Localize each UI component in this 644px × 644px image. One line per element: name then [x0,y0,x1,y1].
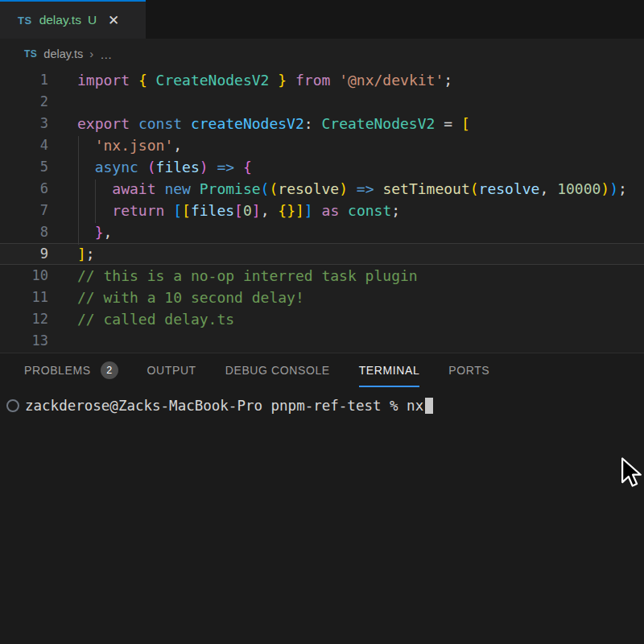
token: CreateNodesV2 [321,115,435,132]
panel-tab-label: PORTS [448,364,489,377]
token: 'nx.json' [95,137,174,154]
panel-tab-label: TERMINAL [359,364,420,377]
line-number: 5 [0,156,48,178]
code-line[interactable]: 13 [0,330,644,352]
line-number: 13 [0,330,48,352]
token: const [348,202,391,219]
breadcrumb: TS delay.ts › … [0,39,644,69]
line-number: 1 [0,69,48,91]
token: ) [339,180,348,197]
token [374,180,383,197]
code-text: // this is a no-op interred task plugin [77,265,418,287]
code-line[interactable]: 7 return [[files[0], {}]] as const; [0,200,644,221]
line-number: 6 [0,178,48,200]
editor-tab-bar: TS delay.ts U ✕ [0,0,644,39]
code-text: export const createNodesV2: CreateNodesV… [77,113,470,134]
code-line[interactable]: 12// called delay.ts [0,308,644,330]
panel-tab-bar: PROBLEMS 2 OUTPUT DEBUG CONSOLE TERMINAL… [0,353,644,387]
code-text: // with a 10 second delay! [77,287,304,308]
code-line[interactable]: 2 [0,91,644,113]
close-icon[interactable]: ✕ [108,14,119,27]
terminal[interactable]: zackderose@Zacks-MacBook-Pro pnpm-ref-te… [0,387,644,416]
token: {} [278,202,295,219]
token: ) [609,180,618,197]
breadcrumb-file[interactable]: delay.ts [43,47,83,60]
code-line[interactable]: 6 await new Promise((resolve) => setTime… [0,178,644,200]
token: const [138,115,182,132]
token: , [104,224,113,241]
code-line[interactable]: 5 async (files) => { [0,156,644,178]
token: // called delay.ts [77,311,234,328]
tab-problems[interactable]: PROBLEMS 2 [24,353,118,387]
indent-guide [95,180,96,223]
code-text: 'nx.json', [77,134,182,156]
token: ( [147,159,156,175]
token: ] [252,202,261,219]
code-line[interactable]: 9]; [0,243,644,265]
command-decoration-icon[interactable] [6,399,19,412]
typescript-file-icon: TS [24,48,37,60]
line-number: 4 [0,134,48,156]
token: ( [470,180,479,197]
token: // this is a no-op interred task plugin [77,267,418,284]
code-text: return [[files[0], {}]] as const; [77,200,400,221]
token: async [95,159,138,175]
token: await [112,180,155,197]
token: [ [234,202,243,219]
token [287,72,295,89]
code-line[interactable]: 8 }, [0,221,644,243]
token: = [435,115,461,132]
token: , [261,202,279,219]
token [77,137,95,154]
token: ) [200,159,208,175]
token: resolve [479,180,540,197]
token: , [539,180,557,197]
token: : [304,115,322,132]
token [269,72,278,89]
token: => [217,159,234,175]
token: ( [261,180,270,197]
token [138,159,147,175]
tab-debug-console[interactable]: DEBUG CONSOLE [225,353,330,387]
code-lines: 1import { CreateNodesV2 } from '@nx/devk… [0,69,644,352]
token: } [95,224,104,241]
line-number: 7 [0,200,48,221]
token: } [278,72,287,89]
line-number: 3 [0,113,48,134]
line-number: 2 [0,91,48,113]
token: import [77,72,130,89]
token: export [77,115,130,132]
line-number: 9 [0,244,48,264]
code-text: }, [77,221,112,243]
code-text: async (files) => { [77,156,252,178]
tab-filename: delay.ts [39,13,81,27]
token: ] [77,246,86,262]
token: ; [86,246,95,262]
code-editor[interactable]: 1import { CreateNodesV2 } from '@nx/devk… [0,69,644,353]
token: 10000 [557,180,601,197]
token: => [357,180,374,197]
tab-ports[interactable]: PORTS [448,353,489,387]
code-line[interactable]: 11// with a 10 second delay! [0,287,644,308]
token: ; [444,72,452,89]
code-line[interactable]: 10// this is a no-op interred task plugi… [0,265,644,287]
code-line[interactable]: 3export const createNodesV2: CreateNodes… [0,113,644,134]
terminal-prompt-row: zackderose@Zacks-MacBook-Pro pnpm-ref-te… [0,395,644,416]
tab-terminal[interactable]: TERMINAL [359,353,420,387]
token [348,180,357,197]
tab-output[interactable]: OUTPUT [147,353,196,387]
token: files [191,202,234,219]
indent-guide [78,136,79,245]
token: resolve [278,180,339,197]
code-text: // called delay.ts [77,308,234,330]
token [147,72,156,89]
token [77,224,95,241]
code-line[interactable]: 1import { CreateNodesV2 } from '@nx/devk… [0,69,644,91]
terminal-cursor [425,398,433,414]
token [191,180,200,197]
token: [ [461,115,470,132]
breadcrumb-symbol-ellipsis[interactable]: … [100,47,113,61]
code-line[interactable]: 4 'nx.json', [0,134,644,156]
token: { [138,72,147,89]
tab-delay-ts[interactable]: TS delay.ts U ✕ [0,0,146,39]
